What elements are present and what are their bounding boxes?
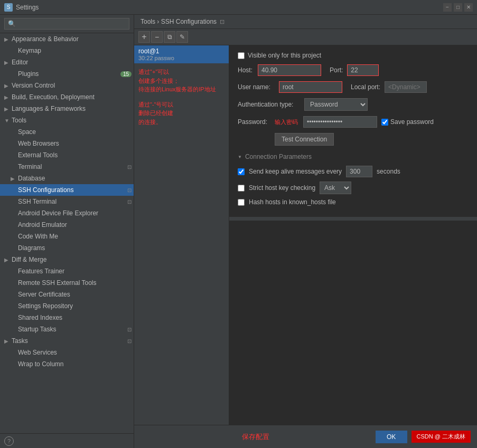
port-label: Port:: [330, 66, 343, 74]
sidebar-item-label: Server Certificates: [18, 291, 132, 298]
password-input[interactable]: [303, 116, 377, 128]
sidebar-item-android-emulator[interactable]: Android Emulator: [0, 219, 134, 231]
port-input[interactable]: [347, 64, 379, 76]
remove-button[interactable]: −: [151, 31, 163, 43]
host-input[interactable]: [258, 64, 321, 76]
arrow-icon: ▶: [11, 176, 17, 182]
username-input[interactable]: [279, 81, 342, 93]
sidebar-item-web-browsers[interactable]: Web Browsers: [0, 138, 134, 149]
sidebar-item-label: Android Emulator: [18, 221, 132, 228]
settings-window: S Settings − □ ✕ ▶ Appearance & Behavior: [0, 0, 477, 448]
ok-button[interactable]: OK: [376, 431, 407, 443]
sidebar-item-shared-indexes[interactable]: Shared Indexes: [0, 312, 134, 323]
help-button[interactable]: ?: [4, 436, 14, 446]
sidebar-item-wrap-to-column[interactable]: Wrap to Column: [0, 358, 134, 370]
maximize-button[interactable]: □: [454, 3, 462, 12]
breadcrumb-icon: ⊡: [220, 18, 225, 25]
sidebar-item-keymap[interactable]: Keymap: [0, 45, 134, 56]
sidebar-item-label: Tools: [12, 117, 132, 124]
csdn-text: CSDN @ 二木成林: [417, 433, 465, 441]
sidebar-item-label: Languages & Frameworks: [12, 105, 132, 112]
sidebar-item-label: Diagrams: [18, 244, 132, 252]
keep-alive-checkbox[interactable]: [238, 168, 245, 175]
sidebar-item-ssh-configurations[interactable]: SSH Configurations ⊡: [0, 184, 134, 196]
window-title: Settings: [16, 4, 443, 11]
test-connection-button[interactable]: Test Connection: [275, 133, 334, 146]
save-password-checkbox[interactable]: [381, 119, 388, 126]
panel-header: Tools › SSH Configurations ⊡: [134, 15, 477, 29]
sidebar-item-settings-repository[interactable]: Settings Repository: [0, 300, 134, 312]
visible-only-checkbox[interactable]: [238, 52, 245, 59]
local-port-label: Local port:: [351, 83, 380, 91]
strict-host-label: Strict host key checking: [249, 184, 315, 192]
sidebar-item-terminal[interactable]: Terminal ⊡: [0, 161, 134, 173]
sidebar-item-space[interactable]: Space: [0, 126, 134, 138]
connection-params-title[interactable]: Connection Parameters: [238, 153, 469, 160]
window-controls: − □ ✕: [443, 3, 473, 12]
sidebar-item-label: Appearance & Behavior: [12, 35, 132, 43]
strict-host-checkbox[interactable]: [238, 185, 245, 192]
sidebar-item-label: Features Trainer: [18, 268, 132, 275]
sidebar-item-label: Code With Me: [18, 233, 132, 240]
sidebar-item-editor[interactable]: ▶ Editor: [0, 56, 134, 68]
host-port-row: Host: Port: 端口号，不填的话默认是22: [238, 64, 469, 76]
sidebar-item-startup-tasks[interactable]: Startup Tasks ⊡: [0, 323, 134, 335]
sidebar-item-tasks[interactable]: ▶ Tasks ⊡: [0, 335, 134, 347]
breadcrumb-root: Tools: [141, 18, 155, 25]
sidebar-item-remote-ssh[interactable]: Remote SSH External Tools: [0, 277, 134, 289]
sidebar-item-label: Startup Tasks: [18, 326, 125, 333]
edit-button[interactable]: ✎: [176, 31, 188, 43]
sidebar-item-external-tools[interactable]: External Tools: [0, 149, 134, 161]
sidebar-item-tools[interactable]: ▼ Tools: [0, 115, 134, 126]
sidebar-item-version-control[interactable]: ▶ Version Control: [0, 80, 134, 91]
strict-host-select[interactable]: Ask Yes No: [320, 182, 351, 194]
copy-button[interactable]: ⧉: [164, 31, 175, 43]
connection-params-section: Connection Parameters Send keep alive me…: [238, 153, 469, 206]
close-button[interactable]: ✕: [464, 3, 473, 12]
sidebar-item-server-certificates[interactable]: Server Certificates: [0, 289, 134, 300]
sidebar-tree: ▶ Appearance & Behavior Keymap ▶ Editor …: [0, 33, 134, 433]
sidebar-item-label: Terminal: [18, 163, 125, 170]
sidebar-item-diagrams[interactable]: Diagrams: [0, 242, 134, 254]
auth-type-select[interactable]: Password Key pair: [304, 98, 368, 111]
sidebar-search-container: [0, 15, 134, 33]
sidebar-item-ssh-terminal[interactable]: SSH Terminal ⊡: [0, 196, 134, 207]
sidebar-item-features-trainer[interactable]: Features Trainer: [0, 265, 134, 277]
ssh-list-item[interactable]: root@1 30:22 passwo: [134, 45, 229, 63]
search-input[interactable]: [4, 18, 129, 30]
sidebar: ▶ Appearance & Behavior Keymap ▶ Editor …: [0, 15, 134, 448]
sidebar-item-label: Version Control: [12, 82, 132, 89]
sidebar-item-languages[interactable]: ▶ Languages & Frameworks: [0, 103, 134, 115]
plugins-badge: 15: [120, 71, 132, 77]
sidebar-item-label: Android Device File Explorer: [18, 209, 132, 217]
arrow-icon: ▶: [4, 106, 11, 112]
sidebar-item-plugins[interactable]: Plugins 15: [0, 68, 134, 80]
csdn-badge: CSDN @ 二木成林: [411, 431, 471, 443]
sidebar-item-database[interactable]: ▶ Database: [0, 173, 134, 184]
sidebar-item-diff-merge[interactable]: ▶ Diff & Merge: [0, 254, 134, 265]
strict-host-row: Strict host key checking Ask Yes No: [238, 182, 469, 194]
sidebar-item-android-device[interactable]: Android Device File Explorer: [0, 207, 134, 219]
sidebar-item-build[interactable]: ▶ Build, Execution, Deployment: [0, 91, 134, 103]
annotation-remove: 通过"-"号可以删除已经创建的连接。: [134, 98, 229, 129]
sidebar-item-web-services[interactable]: Web Services: [0, 347, 134, 358]
app-icon: S: [4, 3, 13, 12]
sidebar-item-appearance[interactable]: ▶ Appearance & Behavior: [0, 33, 134, 45]
minimize-button[interactable]: −: [443, 3, 452, 12]
ssh-toolbar: + − ⧉ ✎: [134, 29, 477, 45]
auth-type-label: Authentication type:: [238, 101, 300, 108]
local-port-input[interactable]: [385, 81, 427, 93]
arrow-icon: ▶: [4, 36, 11, 42]
sidebar-item-label: Wrap to Column: [18, 360, 132, 368]
add-button[interactable]: +: [138, 31, 150, 43]
arrow-icon: ▶: [4, 257, 11, 263]
horizontal-scrollbar[interactable]: [229, 216, 477, 221]
keep-alive-unit: seconds: [377, 168, 400, 175]
keep-alive-input[interactable]: [346, 166, 372, 177]
sidebar-item-label: Shared Indexes: [18, 314, 132, 321]
ssh-content: root@1 30:22 passwo 通过"+"可以创建多个连接；待连接的Li…: [134, 45, 477, 425]
sidebar-item-code-with-me[interactable]: Code With Me: [0, 231, 134, 242]
right-panel: Tools › SSH Configurations ⊡ + − ⧉ ✎: [134, 15, 477, 448]
hash-hosts-checkbox[interactable]: [238, 199, 245, 206]
arrow-icon: ▶: [4, 94, 11, 100]
